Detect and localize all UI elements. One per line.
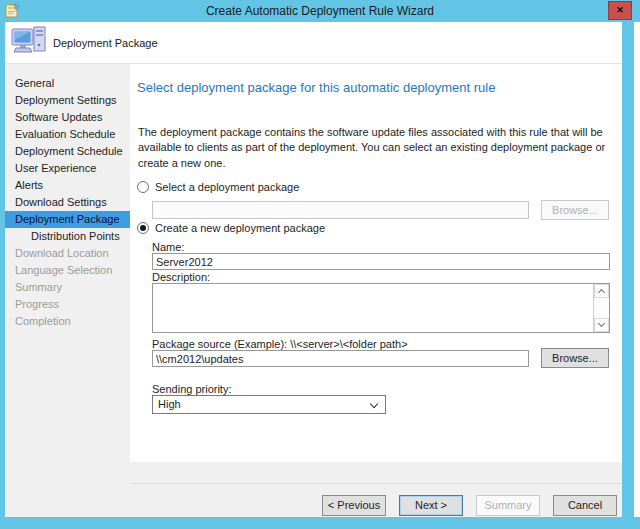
wizard-page-content: Select deployment package for this autom… [130,64,622,462]
window-border-right [622,22,634,517]
close-icon[interactable]: ✕ [608,1,632,20]
cancel-button[interactable]: Cancel [553,495,617,516]
sidebar-item-software-updates[interactable]: Software Updates [5,109,130,126]
radio-select-existing-package[interactable]: Select a deployment package [137,181,299,193]
wizard-footer: < Previous Next > Summary Cancel [5,462,622,517]
chevron-down-icon [370,400,378,408]
package-name-field[interactable] [152,253,610,270]
radio-selected-icon[interactable] [137,222,149,234]
sidebar-item-deployment-schedule[interactable]: Deployment Schedule [5,143,130,160]
wizard-page-header: Deployment Package [5,22,622,64]
page-description: The deployment package contains the soft… [138,125,616,171]
name-label: Name: [152,241,184,253]
page-header-title: Deployment Package [53,37,158,49]
radio-create-new-package[interactable]: Create a new deployment package [137,222,325,234]
window-title: Create Automatic Deployment Rule Wizard [0,0,640,22]
scroll-up-icon[interactable] [594,284,609,298]
create-adr-wizard-window: Create Automatic Deployment Rule Wizard … [0,0,640,529]
sidebar-item-alerts[interactable]: Alerts [5,177,130,194]
radio-select-existing-label[interactable]: Select a deployment package [155,181,299,193]
sidebar-item-deployment-package[interactable]: Deployment Package [5,211,130,228]
wizard-step-list: General Deployment Settings Software Upd… [5,64,130,462]
footer-buttons: < Previous Next > Summary Cancel [322,495,617,516]
next-button[interactable]: Next > [399,495,463,516]
previous-button[interactable]: < Previous [322,495,386,516]
desktop-background-sliver [634,22,640,517]
title-bar[interactable]: Create Automatic Deployment Rule Wizard … [0,0,640,22]
window-border-bottom [0,517,640,529]
sidebar-item-download-location: Download Location [5,245,130,262]
radio-unselected-icon[interactable] [137,181,149,193]
browse-existing-package-button: Browse... [541,200,609,220]
sidebar-item-distribution-points[interactable]: Distribution Points [5,228,130,245]
sending-priority-value: High [158,398,181,410]
page-title: Select deployment package for this autom… [137,80,495,95]
sending-priority-select[interactable]: High [152,395,386,414]
sidebar-item-completion: Completion [5,313,130,330]
description-label: Description: [152,271,210,283]
sidebar-item-general[interactable]: General [5,75,130,92]
sidebar-item-evaluation-schedule[interactable]: Evaluation Schedule [5,126,130,143]
sidebar-item-download-settings[interactable]: Download Settings [5,194,130,211]
package-description-field[interactable] [152,283,610,333]
footer-divider [130,483,622,484]
sidebar-item-user-experience[interactable]: User Experience [5,160,130,177]
computer-icon [11,25,47,61]
sending-priority-label: Sending priority: [152,383,232,395]
browse-package-source-button[interactable]: Browse... [541,348,609,368]
sidebar-item-summary: Summary [5,279,130,296]
radio-create-new-label[interactable]: Create a new deployment package [155,222,325,234]
sidebar-item-progress: Progress [5,296,130,313]
summary-button: Summary [476,495,540,516]
existing-package-path-field [152,201,529,219]
package-source-label: Package source (Example): \\<server>\<fo… [152,338,408,350]
package-source-field[interactable] [152,350,529,367]
description-scrollbar[interactable] [593,284,609,332]
sidebar-item-deployment-settings[interactable]: Deployment Settings [5,92,130,109]
scroll-down-icon[interactable] [594,318,609,332]
sidebar-item-language-selection: Language Selection [5,262,130,279]
